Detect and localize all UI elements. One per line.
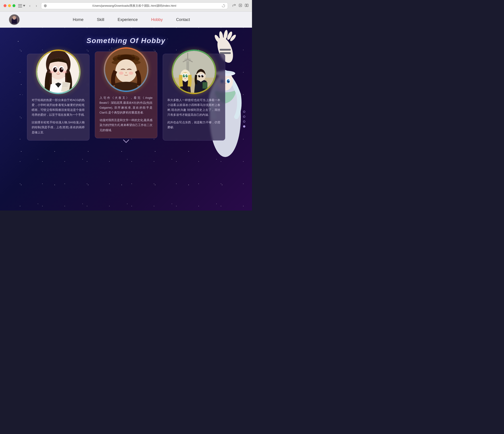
card-1-text: 对于绘画的热爱一部分来自于对ACG的热爱，小学时就开始拿着笔头被要烂的铅笔瞎画，…: [27, 94, 89, 135]
nav-dot-4[interactable]: [243, 125, 245, 128]
card-3-text: 和大多数人一样曾经也在可当上捧着一本小说看,以前喜欢小四韩寒马尔克斯村上春树,现…: [163, 94, 225, 130]
hobby-card-3: 和大多数人一样曾经也在可当上捧着一本小说看,以前喜欢小四韩寒马尔克斯村上春树,现…: [163, 54, 225, 140]
svg-point-35: [63, 71, 67, 73]
new-tab-button[interactable]: [239, 4, 242, 8]
traffic-lights: [4, 4, 15, 7]
svg-rect-1: [18, 6, 22, 6]
svg-point-69: [202, 75, 203, 76]
svg-rect-62: [203, 83, 207, 88]
site-logo: [9, 14, 20, 25]
card-2-text: 入宅作《犬夜叉》，看完《Angle Beats!》深陷泥潭,最喜欢K社的作品(包…: [95, 92, 157, 133]
nav-dot-3[interactable]: [243, 121, 245, 123]
fullscreen-button[interactable]: [12, 4, 15, 7]
address-bar[interactable]: /Users/janewang/Downloads/黑夜主权个团队.html源码…: [41, 2, 228, 9]
card-1-inner: [37, 51, 79, 93]
svg-rect-2: [18, 7, 22, 7]
browser-actions: [232, 4, 248, 8]
card-3-para-1: 和大多数人一样曾经也在可当上捧着一本小说看,以前喜欢小四韩寒马尔克斯村上春树,现…: [167, 98, 221, 117]
split-view-button[interactable]: [245, 4, 248, 8]
site-nav: Home Skill Experience Hobby Contact: [73, 17, 190, 22]
svg-rect-0: [18, 4, 22, 5]
close-button[interactable]: [4, 4, 7, 7]
card-3-image: [172, 50, 216, 94]
reload-icon: [222, 4, 225, 7]
nav-contact[interactable]: Contact: [176, 17, 190, 22]
sidebar-toggle-button[interactable]: [18, 4, 25, 7]
svg-rect-4: [245, 4, 246, 7]
nav-dot-1[interactable]: [243, 111, 245, 113]
svg-rect-53: [173, 51, 215, 78]
card-2-para-1: 入宅作《犬夜叉》，看完《Angle Beats!》深陷泥潭,最喜欢K社的作品(包…: [99, 95, 153, 115]
side-nav-dots: [243, 111, 245, 128]
card-2-para-2: 动漫对我而言是和文学一样的文化,最具感染力的抒情方式,将来希望自己工作在二次元的…: [99, 118, 153, 132]
hobby-card-1: 对于绘画的热爱一部分来自于对ACG的热爱，小学时就开始拿着笔头被要烂的铅笔瞎画，…: [27, 54, 90, 140]
svg-point-43: [115, 59, 137, 83]
site-navbar: Home Skill Experience Hobby Contact: [0, 12, 252, 28]
site-main: Something Of Hobby: [0, 28, 252, 210]
svg-point-36: [57, 72, 59, 73]
card-2-image: [104, 47, 148, 92]
svg-point-46: [129, 72, 133, 75]
card-2-ring: [104, 47, 148, 92]
svg-point-58: [186, 74, 188, 77]
card-3-ring: [172, 50, 216, 94]
svg-point-33: [61, 68, 63, 69]
svg-rect-12: [220, 49, 231, 51]
back-button[interactable]: ‹: [28, 3, 32, 8]
card-1-para-2: 比较擅长铅笔手绘动漫人物,SAI动漫人物的绘制(我是手残，上色渣渣).喜欢的画师…: [32, 120, 85, 135]
address-text: /Users/janewang/Downloads/黑夜主权个团队.html源码…: [48, 4, 220, 8]
page-title: Something Of Hobby: [13, 37, 239, 45]
nav-skill[interactable]: Skill: [97, 17, 104, 22]
card-2-inner: [105, 49, 147, 91]
svg-point-59: [184, 75, 185, 76]
nav-hobby[interactable]: Hobby: [151, 17, 163, 22]
card-1-ring: [36, 50, 81, 94]
forward-button[interactable]: ›: [34, 3, 38, 8]
browser-chrome: ‹ › /Users/janewang/Downloads/黑夜主权个团队.ht…: [0, 0, 252, 12]
card-3-inner: [173, 51, 215, 93]
svg-point-60: [187, 75, 188, 76]
svg-point-45: [119, 72, 123, 75]
svg-rect-5: [247, 4, 248, 7]
card-3-para-2: 此外也会写点东西，就是毅力不够，仍需磨砺.: [167, 120, 221, 130]
nav-experience[interactable]: Experience: [118, 17, 138, 22]
hobby-card-2: 入宅作《犬夜叉》，看完《Angle Beats!》深陷泥潭,最喜欢K社的作品(包…: [95, 52, 157, 138]
share-button[interactable]: [232, 4, 236, 8]
nav-home[interactable]: Home: [73, 17, 83, 22]
shield-icon: [44, 4, 47, 7]
nav-dot-2[interactable]: [243, 115, 245, 118]
card-1-para-1: 对于绘画的热爱一部分来自于对ACG的热爱，小学时就开始拿着笔头被要烂的铅笔瞎画，…: [32, 98, 85, 117]
minimize-button[interactable]: [8, 4, 11, 7]
card-1-image: [36, 50, 81, 94]
svg-point-34: [50, 71, 54, 73]
svg-point-32: [55, 68, 56, 69]
scroll-indicator[interactable]: [123, 139, 130, 145]
logo-image: [9, 15, 19, 25]
cards-container: 对于绘画的热爱一部分来自于对ACG的热爱，小学时就开始拿着笔头被要烂的铅笔瞎画，…: [20, 54, 232, 140]
svg-point-57: [183, 74, 185, 77]
svg-point-44: [126, 72, 127, 73]
svg-point-68: [199, 75, 200, 76]
